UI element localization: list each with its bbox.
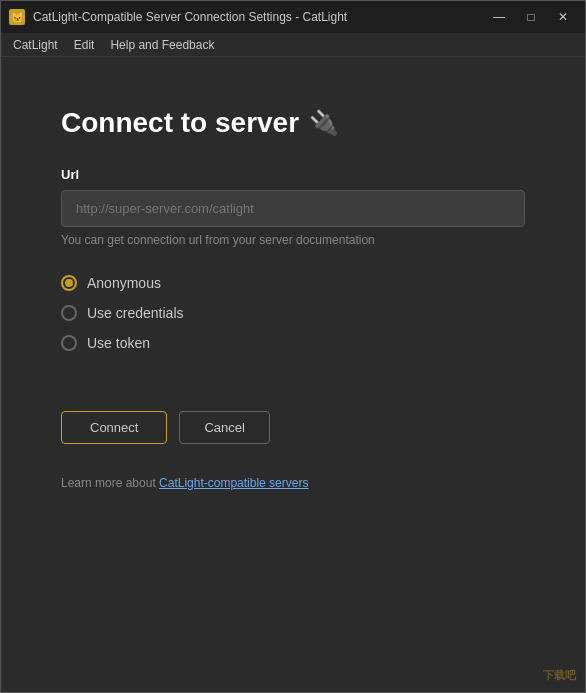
title-bar-left: 🐱 CatLight-Compatible Server Connection … bbox=[9, 9, 347, 25]
url-label: Url bbox=[61, 167, 525, 182]
close-button[interactable]: ✕ bbox=[549, 7, 577, 27]
url-hint: You can get connection url from your ser… bbox=[61, 233, 525, 247]
menu-catlight[interactable]: CatLight bbox=[5, 36, 66, 54]
watermark: 下载吧 bbox=[543, 668, 576, 683]
radio-credentials-circle bbox=[61, 305, 77, 321]
footer-text: Learn more about bbox=[61, 476, 159, 490]
page-title: Connect to server 🔌 bbox=[61, 107, 525, 139]
radio-anonymous[interactable]: Anonymous bbox=[61, 275, 525, 291]
radio-anonymous-label: Anonymous bbox=[87, 275, 161, 291]
radio-token-label: Use token bbox=[87, 335, 150, 351]
page-title-text: Connect to server bbox=[61, 107, 299, 139]
menu-edit[interactable]: Edit bbox=[66, 36, 103, 54]
button-row: Connect Cancel bbox=[61, 411, 525, 444]
radio-token-circle bbox=[61, 335, 77, 351]
plug-icon: 🔌 bbox=[309, 109, 339, 137]
url-input[interactable] bbox=[61, 190, 525, 227]
footer-link[interactable]: CatLight-compatible servers bbox=[159, 476, 308, 490]
maximize-button[interactable]: □ bbox=[517, 7, 545, 27]
radio-credentials[interactable]: Use credentials bbox=[61, 305, 525, 321]
menu-help-feedback[interactable]: Help and Feedback bbox=[102, 36, 222, 54]
radio-credentials-label: Use credentials bbox=[87, 305, 184, 321]
radio-token[interactable]: Use token bbox=[61, 335, 525, 351]
auth-radio-group: Anonymous Use credentials Use token bbox=[61, 275, 525, 351]
window-title: CatLight-Compatible Server Connection Se… bbox=[33, 10, 347, 24]
minimize-button[interactable]: — bbox=[485, 7, 513, 27]
radio-anonymous-circle bbox=[61, 275, 77, 291]
title-bar: 🐱 CatLight-Compatible Server Connection … bbox=[1, 1, 585, 33]
app-window: 🐱 CatLight-Compatible Server Connection … bbox=[0, 0, 586, 693]
menu-bar: CatLight Edit Help and Feedback bbox=[1, 33, 585, 57]
main-content: Connect to server 🔌 Url You can get conn… bbox=[1, 57, 585, 692]
app-icon: 🐱 bbox=[9, 9, 25, 25]
window-controls: — □ ✕ bbox=[485, 7, 577, 27]
footer: Learn more about CatLight-compatible ser… bbox=[61, 476, 525, 490]
connect-button[interactable]: Connect bbox=[61, 411, 167, 444]
cancel-button[interactable]: Cancel bbox=[179, 411, 269, 444]
